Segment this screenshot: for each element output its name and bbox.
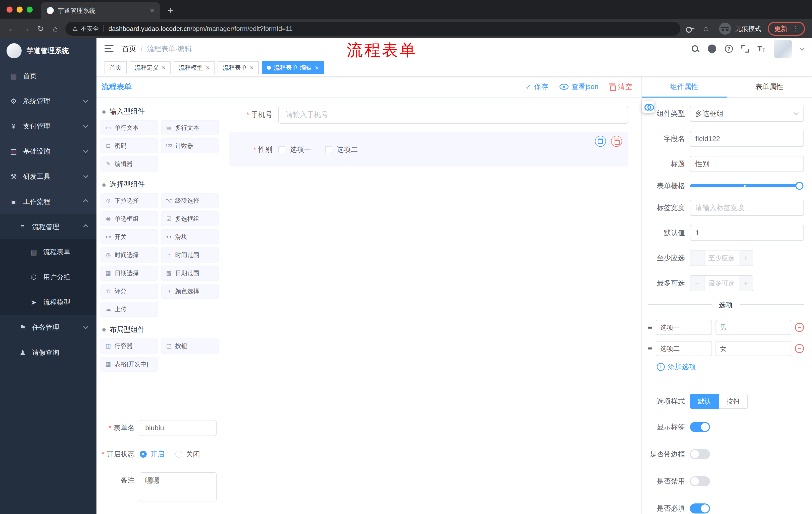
canvas-field-phone[interactable]: 手机号 bbox=[229, 106, 628, 124]
form-remark-textarea[interactable]: 嘿嘿 bbox=[140, 472, 216, 502]
title-input[interactable] bbox=[690, 156, 804, 172]
slider-handle[interactable] bbox=[795, 182, 804, 190]
component-chip-slider[interactable]: ⊶滑块 bbox=[161, 229, 219, 244]
sidebar-item-home[interactable]: ▦ 首页 bbox=[0, 63, 96, 88]
style-default-button[interactable]: 默认 bbox=[690, 394, 719, 409]
component-chip-time-range[interactable]: ◔时间范围 bbox=[161, 247, 219, 263]
component-chip-single-text[interactable]: ▭单行文本 bbox=[100, 120, 158, 135]
sidebar-item-devtools[interactable]: ⚒ 研发工具 bbox=[0, 164, 96, 189]
browser-tab[interactable]: 芋道管理系统 × bbox=[41, 2, 160, 19]
browser-menu-icon[interactable]: ⋮ bbox=[792, 25, 799, 33]
font-size-icon[interactable] bbox=[757, 45, 765, 53]
tag-process-model[interactable]: 流程模型 × bbox=[174, 61, 214, 74]
min-select-input[interactable] bbox=[704, 250, 738, 266]
update-button[interactable]: 更新 ⋮ bbox=[768, 22, 805, 36]
show-label-switch[interactable] bbox=[690, 422, 710, 432]
disabled-switch[interactable] bbox=[690, 476, 710, 486]
bookmark-star-icon[interactable]: ☆ bbox=[701, 25, 710, 32]
component-chip-counter[interactable]: 123计数器 bbox=[161, 138, 219, 154]
radio-open[interactable]: 开启 bbox=[140, 450, 164, 459]
increase-button[interactable]: + bbox=[738, 250, 753, 266]
user-avatar[interactable] bbox=[774, 40, 792, 58]
option-2-value-input[interactable] bbox=[716, 341, 791, 356]
style-button-button[interactable]: 按钮 bbox=[719, 394, 748, 409]
sidebar-item-user-group[interactable]: ⚇ 用户分组 bbox=[0, 265, 96, 290]
increase-button[interactable]: + bbox=[738, 276, 753, 291]
option-1-value-input[interactable] bbox=[716, 320, 791, 335]
border-switch[interactable] bbox=[690, 449, 710, 459]
component-type-select[interactable]: 多选框组 bbox=[690, 106, 804, 122]
drag-handle-icon[interactable]: ≡ bbox=[648, 323, 652, 332]
tag-process-definition[interactable]: 流程定义 × bbox=[129, 61, 171, 74]
form-name-input[interactable] bbox=[140, 420, 216, 436]
tag-process-form-edit[interactable]: 流程表单-编辑 × bbox=[262, 61, 324, 74]
tag-home[interactable]: 首页 bbox=[105, 61, 127, 74]
tab-component-props[interactable]: 组件属性 bbox=[642, 77, 727, 97]
help-icon[interactable] bbox=[725, 45, 733, 53]
component-chip-checkbox-group[interactable]: ☑多选框组 bbox=[161, 211, 219, 226]
checkbox-icon[interactable] bbox=[279, 146, 285, 153]
drag-handle-icon[interactable]: ≡ bbox=[648, 344, 652, 353]
gender-option-2[interactable]: 选项二 bbox=[325, 145, 358, 154]
delete-field-button[interactable] bbox=[611, 136, 622, 147]
forward-icon[interactable]: → bbox=[22, 25, 31, 33]
component-chip-select[interactable]: ⊙下拉选择 bbox=[100, 193, 158, 208]
tab-form-props[interactable]: 表单属性 bbox=[727, 77, 812, 97]
default-value-input[interactable] bbox=[690, 225, 804, 241]
sidebar-logo[interactable]: 芋道管理系统 bbox=[0, 38, 96, 63]
sidebar-item-system[interactable]: ⚙ 系统管理 bbox=[0, 88, 96, 114]
breadcrumb-home[interactable]: 首页 bbox=[122, 44, 136, 54]
tag-process-form[interactable]: 流程表单 × bbox=[218, 61, 259, 74]
remove-option-icon[interactable]: − bbox=[795, 323, 804, 332]
back-icon[interactable]: ← bbox=[7, 25, 16, 33]
new-tab-button[interactable]: + bbox=[167, 5, 173, 16]
component-chip-date-range[interactable]: ▧日期范围 bbox=[161, 266, 219, 281]
option-1-label-input[interactable] bbox=[656, 320, 712, 335]
sidebar-item-process-model[interactable]: ➤ 流程模型 bbox=[0, 290, 96, 315]
sidebar-item-task-management[interactable]: ⚑ 任务管理 bbox=[0, 315, 96, 340]
window-close-button[interactable] bbox=[6, 6, 12, 12]
component-chip-switch[interactable]: ⊷开关 bbox=[100, 229, 158, 244]
sidebar-item-workflow[interactable]: ▣ 工作流程 bbox=[0, 189, 96, 214]
close-icon[interactable]: × bbox=[250, 64, 254, 71]
checkbox-icon[interactable] bbox=[325, 146, 332, 153]
component-chip-editor[interactable]: ✎编辑器 bbox=[100, 156, 158, 171]
option-2-label-input[interactable] bbox=[656, 341, 712, 356]
component-chip-multi-text[interactable]: ▤多行文本 bbox=[161, 120, 219, 135]
add-option-button[interactable]: + 添加选项 bbox=[657, 362, 804, 372]
close-icon[interactable]: × bbox=[162, 64, 166, 71]
component-chip-button[interactable]: ▢按钮 bbox=[161, 339, 219, 354]
required-switch[interactable] bbox=[690, 504, 710, 514]
component-chip-radio-group[interactable]: ◉单选框组 bbox=[100, 211, 158, 226]
phone-input[interactable] bbox=[279, 106, 628, 124]
security-badge[interactable]: ⚠ 不安全 bbox=[72, 25, 99, 33]
decrease-button[interactable]: − bbox=[690, 250, 704, 266]
component-chip-table[interactable]: ▦表格[开发中] bbox=[100, 357, 158, 372]
sidebar-toggle-icon[interactable] bbox=[105, 45, 114, 52]
sidebar-item-leave-query[interactable]: ♟ 请假查询 bbox=[0, 340, 96, 365]
component-chip-cascader[interactable]: ⌥级联选择 bbox=[161, 193, 219, 208]
copy-field-button[interactable] bbox=[595, 136, 606, 147]
url-field[interactable]: ⚠ 不安全 dashboard.yudao.iocoder.cn/bpm/man… bbox=[65, 22, 680, 36]
fullscreen-icon[interactable] bbox=[742, 45, 749, 53]
window-minimize-button[interactable] bbox=[17, 6, 23, 12]
url-text[interactable]: dashboard.yudao.iocoder.cn/bpm/manager/f… bbox=[109, 25, 293, 33]
component-chip-color-picker[interactable]: ◑颜色选择 bbox=[161, 283, 219, 299]
decrease-button[interactable]: − bbox=[690, 276, 704, 291]
max-select-input[interactable] bbox=[704, 276, 738, 291]
sidebar-item-payment[interactable]: ¥ 支付管理 bbox=[0, 114, 96, 139]
component-chip-upload[interactable]: ☁上传 bbox=[100, 302, 158, 317]
label-width-input[interactable] bbox=[690, 200, 804, 216]
component-chip-rate[interactable]: ☆评分 bbox=[100, 283, 158, 299]
password-key-icon[interactable] bbox=[686, 26, 695, 32]
sidebar-item-process-management[interactable]: ≡ 流程管理 bbox=[0, 214, 96, 239]
component-chip-row-container[interactable]: ◫行容器 bbox=[100, 339, 158, 354]
clear-button[interactable]: 清空 bbox=[609, 82, 632, 91]
save-button[interactable]: 保存 bbox=[525, 82, 548, 91]
sidebar-item-infrastructure[interactable]: ▥ 基础设施 bbox=[0, 139, 96, 164]
tab-close-icon[interactable]: × bbox=[150, 7, 154, 14]
view-json-button[interactable]: 查看json bbox=[559, 82, 599, 91]
panel-link-handle[interactable] bbox=[642, 101, 654, 113]
component-chip-time-picker[interactable]: ◷时间选择 bbox=[100, 247, 158, 263]
canvas-field-gender-selected[interactable]: 性别 选项一 选项二 bbox=[229, 132, 628, 166]
